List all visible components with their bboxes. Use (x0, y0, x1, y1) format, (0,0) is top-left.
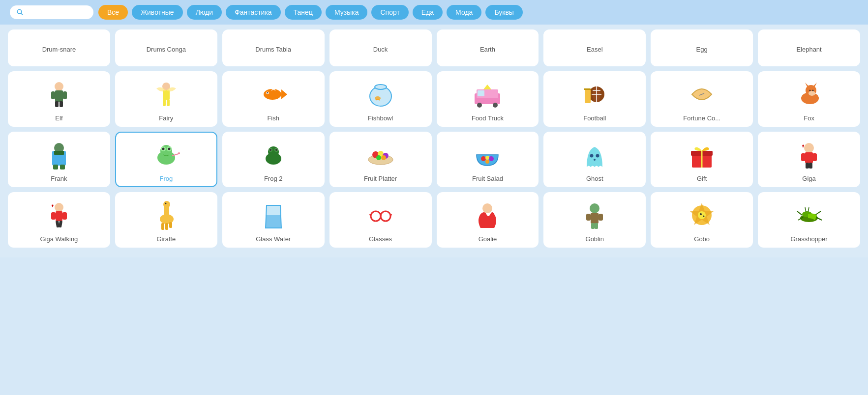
top-card-label: Egg (696, 46, 708, 53)
svg-point-108 (700, 213, 702, 215)
svg-line-1 (21, 13, 23, 15)
filter-btn-все[interactable]: Все (98, 5, 128, 20)
card-glass-water[interactable]: Glass Water (222, 192, 325, 248)
top-card-drums-tabla[interactable]: Drums Tabla (222, 29, 325, 66)
card-giraffe[interactable]: Giraffe (115, 192, 217, 248)
svg-point-36 (809, 90, 811, 91)
top-card-elephant[interactable]: Elephant (758, 29, 860, 66)
card-image-fruit-platter (363, 138, 398, 172)
filter-btn-спорт[interactable]: Спорт (371, 5, 408, 20)
card-fox[interactable]: Fox (758, 71, 860, 127)
card-food-truck[interactable]: Food Truck (437, 71, 539, 127)
svg-rect-11 (167, 99, 170, 106)
card-frog-2[interactable]: Frog 2 (222, 132, 325, 187)
card-giga-walking[interactable]: Giga Walking (8, 192, 110, 248)
card-fairy[interactable]: Fairy (115, 71, 217, 127)
top-card-egg[interactable]: Egg (651, 29, 753, 66)
card-fruit-salad[interactable]: Fruit Salad (437, 132, 539, 187)
search-box[interactable] (10, 5, 93, 19)
card-fortune-co-[interactable]: Fortune Co... (651, 71, 753, 127)
svg-point-2 (55, 82, 63, 91)
filter-btn-люди[interactable]: Люди (187, 5, 222, 20)
top-card-drum-snare[interactable]: Drum-snare (8, 29, 110, 66)
card-image-gobo (685, 198, 719, 232)
svg-point-52 (268, 146, 279, 157)
svg-point-107 (698, 211, 706, 219)
card-frank[interactable]: Frank (8, 132, 110, 187)
search-input[interactable] (28, 8, 87, 16)
top-card-duck[interactable]: Duck (329, 29, 432, 66)
card-image-fishbowl (363, 77, 398, 112)
card-image-grasshopper (792, 198, 826, 232)
card-label: Goblin (586, 235, 604, 243)
card-rows: ElfFairyFishFishbowlFood TruckFootballFo… (8, 71, 860, 248)
svg-point-35 (808, 91, 815, 96)
svg-point-62 (381, 155, 386, 160)
card-fish[interactable]: Fish (222, 71, 325, 127)
card-goalie[interactable]: Goalie (437, 192, 539, 248)
filter-btn-фантастика[interactable]: Фантастика (226, 5, 281, 20)
svg-rect-3 (55, 90, 63, 102)
svg-rect-28 (585, 89, 591, 103)
svg-point-65 (489, 156, 494, 161)
card-image-glasses (363, 198, 398, 232)
card-image-giga (792, 138, 826, 172)
card-gobo[interactable]: Gobo (651, 192, 753, 248)
filter-btn-музыка[interactable]: Музыка (326, 5, 368, 20)
svg-point-68 (596, 154, 599, 158)
filter-btn-мода[interactable]: Мода (447, 5, 481, 20)
card-image-fairy (149, 77, 183, 112)
card-image-giga-walking (42, 198, 76, 232)
svg-rect-29 (584, 88, 591, 90)
card-label: Fruit Platter (364, 175, 397, 182)
card-image-gift (685, 138, 719, 172)
top-card-label: Duck (373, 46, 388, 53)
card-label: Gift (697, 175, 707, 182)
card-grasshopper[interactable]: Grasshopper (758, 192, 860, 248)
card-row-0: ElfFairyFishFishbowlFood TruckFootballFo… (8, 71, 860, 127)
svg-rect-102 (599, 214, 603, 221)
filter-btn-буквы[interactable]: Буквы (485, 5, 523, 20)
card-gift[interactable]: Gift (651, 132, 753, 187)
svg-rect-84 (59, 221, 62, 228)
card-image-fruit-salad (470, 138, 505, 172)
svg-rect-82 (62, 212, 67, 220)
card-fishbowl[interactable]: Fishbowl (329, 71, 432, 127)
main-content: Drum-snareDrums CongaDrums TablaDuckEart… (0, 25, 868, 257)
svg-point-16 (375, 85, 387, 89)
card-giga[interactable]: Giga (758, 132, 860, 187)
top-card-label: Drums Conga (147, 46, 186, 53)
svg-rect-74 (805, 152, 813, 163)
card-label: Fruit Salad (472, 175, 503, 182)
card-goblin[interactable]: Goblin (543, 192, 646, 248)
svg-rect-104 (595, 223, 598, 229)
filter-btn-танец[interactable]: Танец (285, 5, 322, 20)
header: ВсеЖивотныеЛюдиФантастикаТанецМузыкаСпор… (0, 0, 868, 25)
card-label: Giga Walking (40, 235, 78, 243)
top-card-easel[interactable]: Easel (543, 29, 646, 66)
card-label: Goalie (479, 235, 497, 243)
svg-rect-10 (163, 99, 166, 106)
svg-rect-81 (51, 212, 56, 220)
filter-btn-животные[interactable]: Животные (132, 5, 183, 20)
card-label: Gobo (694, 235, 710, 243)
card-image-goblin (577, 198, 612, 232)
top-card-earth[interactable]: Earth (437, 29, 539, 66)
top-card-drums-conga[interactable]: Drums Conga (115, 29, 217, 66)
svg-point-99 (590, 203, 599, 213)
card-frog[interactable]: Frog (115, 132, 217, 187)
card-ghost[interactable]: Ghost (543, 132, 646, 187)
svg-rect-77 (806, 163, 809, 169)
card-label: Fairy (159, 114, 173, 122)
card-label: Grasshopper (790, 235, 827, 243)
card-glasses[interactable]: Glasses (329, 192, 432, 248)
card-football[interactable]: Football (543, 71, 646, 127)
svg-rect-91 (169, 222, 172, 228)
card-image-frank (42, 138, 76, 172)
svg-rect-41 (53, 165, 58, 169)
card-elf[interactable]: Elf (8, 71, 110, 127)
top-card-label: Drums Tabla (255, 46, 291, 53)
card-fruit-platter[interactable]: Fruit Platter (329, 132, 432, 187)
filter-btn-еда[interactable]: Еда (413, 5, 443, 20)
card-label: Frog 2 (264, 175, 283, 182)
